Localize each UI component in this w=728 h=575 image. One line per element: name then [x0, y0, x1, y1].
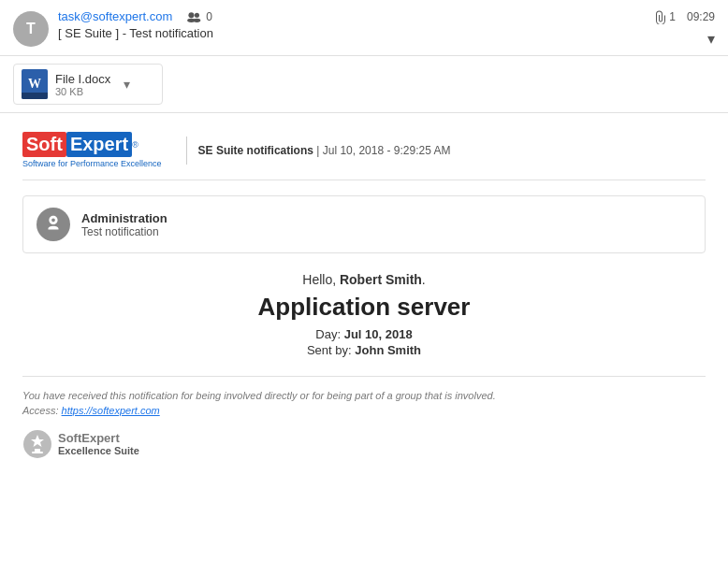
se-divider	[186, 137, 187, 165]
header-right: 1 09:29 ▾	[655, 9, 715, 48]
participants-icon	[185, 11, 202, 22]
se-logo-main: SoftExpert®	[22, 132, 162, 157]
email-time: 09:29	[687, 10, 715, 23]
attachment-filename: File I.docx	[55, 72, 110, 86]
email-header: T task@softexpert.com 0 [ SE Suite ] - T…	[0, 0, 728, 56]
email-body: SoftExpert® Software for Performance Exc…	[0, 113, 728, 567]
email-subject: [ SE Suite ] - Test notification	[58, 26, 655, 40]
avatar: T	[13, 11, 49, 47]
attachment-icon	[655, 9, 666, 24]
admin-subtitle: Test notification	[81, 225, 167, 238]
notification-date: | Jul 10, 2018 - 9:29:25 AM	[316, 144, 450, 157]
greeting-name: Robert Smith	[340, 272, 422, 287]
footer-access-line: Access: https://softexpert.com	[22, 405, 706, 416]
trophy-icon	[22, 429, 52, 459]
footer-suite-text: Excellence Suite	[58, 445, 139, 457]
notification-title: SE Suite notifications	[198, 144, 313, 157]
date-line: Day: Jul 10, 2018	[22, 327, 706, 341]
attachment-item[interactable]: File I.docx 30 KB ▾	[13, 64, 163, 105]
admin-svg-icon	[43, 214, 64, 235]
header-meta: 1 09:29	[655, 9, 715, 24]
attachment-count: 1	[655, 9, 676, 24]
footer-logo-text: SoftExpert Excellence Suite	[58, 431, 139, 458]
admin-title: Administration	[81, 211, 167, 225]
svg-point-3	[194, 18, 201, 22]
footer-link[interactable]: https://softexpert.com	[62, 405, 160, 416]
header-center: task@softexpert.com 0 [ SE Suite ] - Tes…	[58, 9, 655, 40]
expand-chevron[interactable]: ▾	[707, 30, 715, 48]
admin-notification-box: Administration Test notification	[22, 195, 706, 253]
header-from: task@softexpert.com 0	[58, 9, 655, 23]
svg-point-2	[195, 12, 199, 17]
attachment-chevron[interactable]: ▾	[124, 77, 130, 92]
word-icon	[22, 69, 48, 99]
participants-indicator: 0	[185, 10, 212, 23]
footer-logo: SoftExpert Excellence Suite	[22, 429, 706, 459]
footer-note: You have received this notification for …	[22, 390, 706, 401]
se-expert-text: Expert	[66, 132, 132, 157]
se-registered: ®	[132, 140, 138, 150]
svg-point-0	[189, 12, 195, 18]
svg-rect-6	[32, 452, 43, 453]
attachment-bar: File I.docx 30 KB ▾	[0, 56, 728, 113]
admin-icon	[36, 208, 70, 241]
date-value: Jul 10, 2018	[344, 327, 413, 341]
footer-brand-name: SoftExpert	[58, 431, 139, 446]
app-server-title: Application server	[22, 293, 706, 322]
admin-text: Administration Test notification	[81, 211, 167, 238]
se-notification-info: SE Suite notifications | Jul 10, 2018 - …	[198, 144, 451, 157]
main-content: Hello, Robert Smith. Application server …	[22, 272, 706, 357]
se-banner: SoftExpert® Software for Performance Exc…	[22, 132, 706, 180]
email-footer: You have received this notification for …	[22, 376, 706, 459]
attachment-size: 30 KB	[55, 86, 110, 97]
se-soft-text: Soft	[22, 132, 66, 157]
attachment-info: File I.docx 30 KB	[55, 72, 110, 97]
sent-line: Sent by: John Smith	[22, 343, 706, 357]
se-logo: SoftExpert® Software for Performance Exc…	[22, 132, 162, 168]
se-tagline: Software for Performance Excellence	[22, 159, 162, 168]
svg-rect-5	[35, 449, 40, 452]
sender-email: task@softexpert.com	[58, 9, 172, 23]
greeting-line: Hello, Robert Smith.	[22, 272, 706, 287]
sent-value: John Smith	[355, 343, 421, 357]
